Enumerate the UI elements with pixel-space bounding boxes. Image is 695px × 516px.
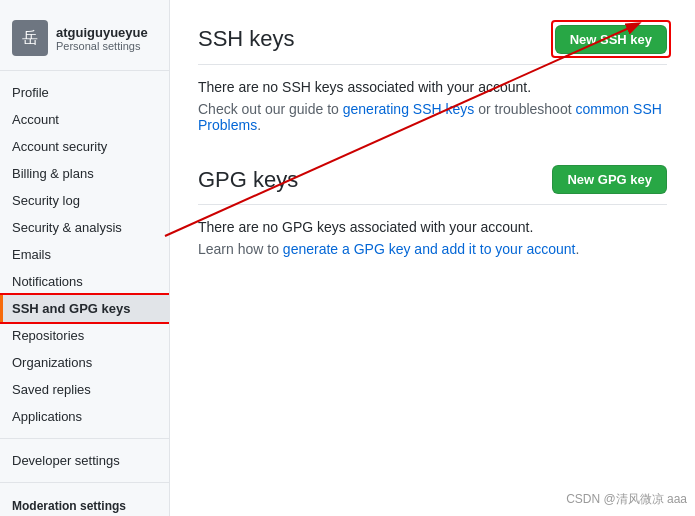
gpg-section-body: There are no GPG keys associated with yo… — [198, 219, 667, 257]
sidebar-item-security-analysis[interactable]: Security & analysis — [0, 214, 169, 241]
gpg-guide-text: Learn how to generate a GPG key and add … — [198, 241, 667, 257]
new-gpg-key-button[interactable]: New GPG key — [552, 165, 667, 194]
sidebar-item-profile[interactable]: Profile — [0, 79, 169, 106]
sidebar-item-billing[interactable]: Billing & plans — [0, 160, 169, 187]
sidebar: 岳 atguiguyueyue Personal settings Profil… — [0, 0, 170, 516]
sidebar-item-saved-replies[interactable]: Saved replies — [0, 376, 169, 403]
moderation-header: Moderation settings — [0, 491, 169, 516]
sidebar-item-security-log[interactable]: Security log — [0, 187, 169, 214]
gpg-title: GPG keys — [198, 167, 298, 193]
sidebar-item-applications[interactable]: Applications — [0, 403, 169, 430]
new-ssh-key-button[interactable]: New SSH key — [555, 25, 667, 54]
gpg-section-header: GPG keys New GPG key — [198, 165, 667, 205]
watermark: CSDN @清风微凉 aaa — [566, 491, 687, 508]
ssh-no-keys-text: There are no SSH keys associated with yo… — [198, 79, 667, 95]
ssh-section-body: There are no SSH keys associated with yo… — [198, 79, 667, 133]
profile-info: atguiguyueyue Personal settings — [56, 25, 148, 52]
sidebar-divider-1 — [0, 438, 169, 439]
profile-section: 岳 atguiguyueyue Personal settings — [0, 12, 169, 71]
profile-subtitle: Personal settings — [56, 40, 148, 52]
sidebar-item-organizations[interactable]: Organizations — [0, 349, 169, 376]
ssh-guide-text: Check out our guide to generating SSH ke… — [198, 101, 667, 133]
ssh-guide-link1[interactable]: generating SSH keys — [343, 101, 475, 117]
sidebar-item-notifications[interactable]: Notifications — [0, 268, 169, 295]
sidebar-nav-top: Profile Account Account security Billing… — [0, 79, 169, 430]
gpg-guide-link1[interactable]: generate a GPG key and add it to your ac… — [283, 241, 576, 257]
ssh-title: SSH keys — [198, 26, 295, 52]
profile-name: atguiguyueyue — [56, 25, 148, 40]
sidebar-item-account-security[interactable]: Account security — [0, 133, 169, 160]
sidebar-item-ssh-gpg[interactable]: SSH and GPG keys — [0, 295, 169, 322]
sidebar-item-emails[interactable]: Emails — [0, 241, 169, 268]
sidebar-item-repositories[interactable]: Repositories — [0, 322, 169, 349]
sidebar-moderation: Moderation settings Blocked users Intera… — [0, 491, 169, 516]
ssh-section-header: SSH keys New SSH key — [198, 24, 667, 65]
sidebar-item-account[interactable]: Account — [0, 106, 169, 133]
gpg-no-keys-text: There are no GPG keys associated with yo… — [198, 219, 667, 235]
sidebar-nav-developer: Developer settings — [0, 447, 169, 474]
main-content: SSH keys New SSH key There are no SSH ke… — [170, 0, 695, 516]
avatar: 岳 — [12, 20, 48, 56]
sidebar-item-ssh-wrapper: SSH and GPG keys — [0, 295, 169, 322]
sidebar-item-developer-settings[interactable]: Developer settings — [0, 447, 169, 474]
sidebar-divider-2 — [0, 482, 169, 483]
new-ssh-btn-wrapper: New SSH key — [555, 24, 667, 54]
